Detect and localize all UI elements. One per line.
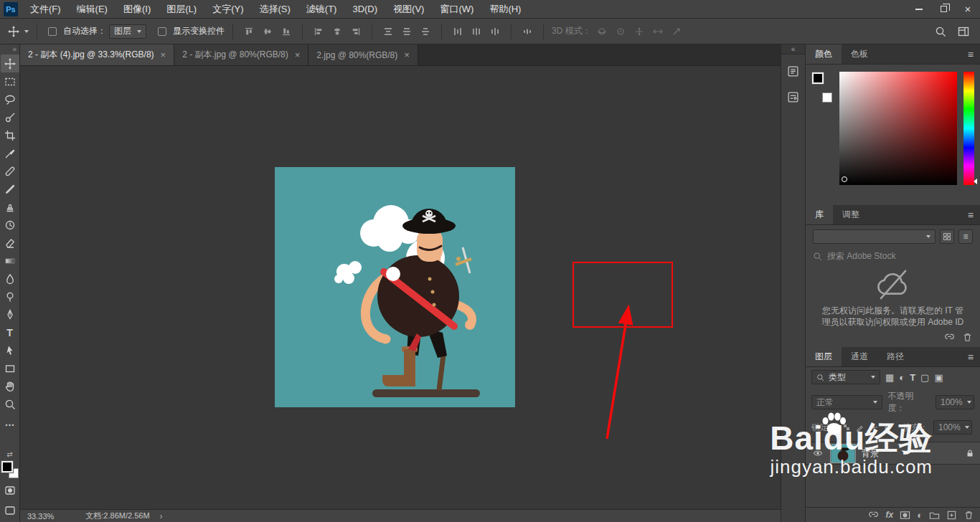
menu-edit[interactable]: 编辑(E) bbox=[69, 0, 116, 18]
delete-layer-icon[interactable] bbox=[963, 510, 974, 521]
tab-paths[interactable]: 路径 bbox=[877, 347, 913, 366]
align-horizontal-centers-button[interactable] bbox=[329, 24, 345, 39]
panel-color-swatches[interactable] bbox=[811, 72, 833, 103]
show-transform-checkbox[interactable] bbox=[158, 27, 166, 36]
tab-close-icon[interactable]: × bbox=[404, 49, 410, 60]
distribute-horizontal-centers-button[interactable] bbox=[468, 24, 484, 39]
layer-effects-icon[interactable]: fx bbox=[885, 510, 893, 520]
background-color-swatch[interactable] bbox=[822, 92, 832, 103]
properties-panel-button[interactable] bbox=[784, 87, 803, 106]
lock-position-icon[interactable] bbox=[870, 423, 878, 432]
menu-image[interactable]: 图像(I) bbox=[116, 0, 159, 18]
foreground-color-swatch[interactable] bbox=[812, 72, 824, 84]
align-left-edges-button[interactable] bbox=[311, 24, 326, 39]
new-layer-icon[interactable] bbox=[946, 510, 957, 521]
align-bottom-edges-button[interactable] bbox=[278, 24, 294, 39]
layer-filter-dropdown[interactable]: 类型 bbox=[811, 370, 880, 384]
clone-stamp-tool[interactable] bbox=[1, 198, 19, 216]
document-canvas[interactable] bbox=[275, 167, 515, 407]
auto-select-dropdown[interactable]: 图层 bbox=[109, 24, 146, 39]
filter-type-layers-icon[interactable]: T bbox=[910, 372, 915, 383]
blend-mode-dropdown[interactable]: 正常 bbox=[811, 395, 882, 409]
collapse-panels-button[interactable]: « bbox=[781, 44, 805, 54]
blur-tool[interactable] bbox=[1, 270, 19, 288]
healing-brush-tool[interactable] bbox=[1, 162, 19, 180]
link-layers-icon[interactable] bbox=[868, 510, 879, 521]
hand-tool[interactable] bbox=[1, 377, 19, 395]
align-top-edges-button[interactable] bbox=[241, 24, 257, 39]
tab-layers[interactable]: 图层 bbox=[806, 347, 842, 366]
history-brush-tool[interactable] bbox=[1, 216, 19, 234]
quick-selection-tool[interactable] bbox=[1, 108, 19, 126]
hue-gradient[interactable] bbox=[963, 72, 974, 185]
tab-channels[interactable]: 通道 bbox=[842, 347, 877, 366]
layer-thumbnail[interactable] bbox=[830, 444, 856, 463]
tab-close-icon[interactable]: × bbox=[161, 49, 166, 60]
sync-icon[interactable] bbox=[944, 332, 955, 343]
drag-3d-button[interactable] bbox=[631, 24, 647, 39]
fill-dropdown[interactable]: 100% bbox=[933, 420, 972, 435]
layer-mask-icon[interactable] bbox=[900, 510, 910, 521]
status-options-icon[interactable]: › bbox=[160, 511, 163, 521]
minimize-button[interactable] bbox=[907, 0, 931, 18]
canvas-workspace[interactable] bbox=[20, 66, 781, 509]
slide-3d-button[interactable] bbox=[650, 24, 666, 39]
marquee-tool[interactable] bbox=[1, 72, 19, 90]
menu-3d[interactable]: 3D(D) bbox=[344, 0, 385, 18]
move-tool[interactable] bbox=[1, 54, 19, 72]
distribute-vertical-centers-button[interactable] bbox=[399, 24, 415, 39]
menu-file[interactable]: 文件(F) bbox=[22, 0, 69, 18]
adjustment-layer-icon[interactable]: ◐ bbox=[917, 511, 923, 520]
document-tab-2[interactable]: 2 - 副本.jpg @ 80%(RGB/8) × bbox=[174, 44, 308, 65]
opacity-dropdown[interactable]: 100% bbox=[936, 395, 974, 409]
library-select-dropdown[interactable] bbox=[813, 229, 936, 244]
grid-view-button[interactable] bbox=[940, 229, 954, 244]
history-panel-button[interactable] bbox=[784, 62, 803, 80]
distribute-top-button[interactable] bbox=[380, 24, 396, 39]
library-panel-menu-button[interactable]: ≡ bbox=[961, 205, 980, 224]
color-panel-menu-button[interactable]: ≡ bbox=[961, 44, 980, 64]
lasso-tool[interactable] bbox=[1, 90, 19, 108]
gradient-tool[interactable] bbox=[1, 252, 19, 270]
menu-type[interactable]: 文字(Y) bbox=[204, 0, 251, 18]
shape-tool[interactable] bbox=[1, 359, 19, 377]
auto-select-checkbox[interactable] bbox=[48, 27, 57, 36]
distribute-left-button[interactable] bbox=[450, 24, 466, 39]
library-search-field[interactable]: 搜索 Adobe Stock bbox=[813, 250, 973, 262]
scale-3d-button[interactable] bbox=[669, 24, 684, 39]
distribute-hspace-button[interactable] bbox=[519, 24, 535, 39]
menu-select[interactable]: 选择(S) bbox=[251, 0, 298, 18]
distribute-right-button[interactable] bbox=[487, 24, 503, 39]
color-gradient[interactable] bbox=[839, 72, 957, 185]
screen-mode-button[interactable] bbox=[1, 501, 19, 519]
layer-group-icon[interactable] bbox=[929, 510, 940, 521]
lock-all-icon[interactable] bbox=[883, 423, 892, 432]
saturation-brightness-box[interactable] bbox=[839, 72, 957, 185]
tool-preset-button[interactable] bbox=[6, 24, 22, 39]
menu-help[interactable]: 帮助(H) bbox=[481, 0, 529, 18]
distribute-bottom-button[interactable] bbox=[418, 24, 433, 39]
tab-adjustments[interactable]: 调整 bbox=[833, 205, 869, 224]
filter-smart-objects-icon[interactable]: ▣ bbox=[934, 372, 943, 383]
menu-view[interactable]: 视图(V) bbox=[385, 0, 432, 18]
menu-window[interactable]: 窗口(W) bbox=[432, 0, 481, 18]
zoom-tool[interactable] bbox=[1, 395, 19, 413]
menu-filter[interactable]: 滤镜(T) bbox=[298, 0, 345, 18]
pen-tool[interactable] bbox=[1, 305, 19, 323]
orbit-3d-button[interactable] bbox=[594, 24, 610, 39]
eraser-tool[interactable] bbox=[1, 234, 19, 252]
path-selection-tool[interactable] bbox=[1, 341, 19, 359]
layer-visibility-toggle[interactable] bbox=[811, 448, 824, 458]
tab-swatches[interactable]: 色板 bbox=[842, 44, 877, 64]
roll-3d-button[interactable] bbox=[613, 24, 628, 39]
filter-pixel-layers-icon[interactable]: ▦ bbox=[885, 372, 894, 383]
filter-shape-layers-icon[interactable]: ▢ bbox=[920, 372, 929, 383]
align-right-edges-button[interactable] bbox=[348, 24, 364, 39]
list-view-button[interactable]: ≡ bbox=[958, 229, 973, 244]
foreground-color-swatch[interactable] bbox=[1, 461, 13, 473]
layer-lock-toggle[interactable] bbox=[966, 449, 974, 457]
brush-tool[interactable] bbox=[1, 180, 19, 198]
quick-mask-button[interactable] bbox=[1, 481, 19, 499]
lock-transparency-icon[interactable] bbox=[842, 423, 851, 432]
hue-slider[interactable] bbox=[963, 72, 974, 185]
